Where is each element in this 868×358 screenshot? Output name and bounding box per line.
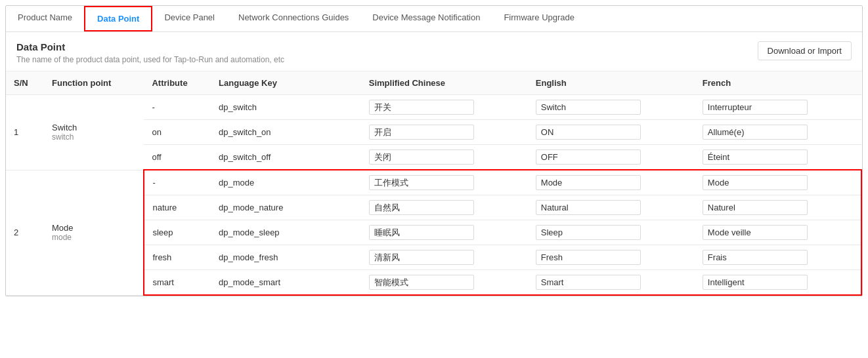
input-french[interactable] [703,200,808,215]
cell-attribute: fresh [144,245,211,270]
cell-french [695,270,861,296]
cell-lang-key: dp_mode_nature [211,195,361,220]
input-english[interactable] [536,250,641,265]
cell-french [695,245,861,270]
input-english[interactable] [536,225,641,240]
cell-french [695,120,861,145]
tab-network-connections[interactable]: Network Connections Guides [227,6,360,31]
input-french[interactable] [703,100,808,115]
input-french[interactable] [703,250,808,265]
cell-french [695,145,861,170]
input-simplified-chinese[interactable] [369,175,474,190]
cell-lang-key: dp_switch_off [211,145,361,170]
cell-english [528,195,695,220]
page-header-left: Data Point The name of the product data … [16,41,284,64]
cell-simplified-chinese [361,245,528,270]
cell-lang-key: dp_mode_fresh [211,245,361,270]
cell-sn: 2 [6,170,44,295]
table-header-row: S/N Function point Attribute Language Ke… [6,71,861,95]
tab-device-panel[interactable]: Device Panel [152,6,227,31]
cell-simplified-chinese [361,170,528,195]
cell-attribute: - [144,170,211,195]
input-english[interactable] [536,125,641,140]
download-import-button[interactable]: Download or Import [758,41,852,60]
main-container: Product Name Data Point Device Panel Net… [5,5,863,296]
input-french[interactable] [703,175,808,190]
cell-function-point: Switchswitch [44,95,144,170]
cell-sn: 1 [6,95,44,170]
input-simplified-chinese[interactable] [369,125,474,140]
table-row: 1Switchswitch-dp_switch [6,95,861,120]
col-header-fp: Function point [44,71,144,95]
cell-attribute: - [144,95,211,120]
cell-lang-key: dp_mode_smart [211,270,361,296]
tab-bar: Product Name Data Point Device Panel Net… [6,6,862,32]
cell-simplified-chinese [361,145,528,170]
table-body: 1Switchswitch-dp_switchondp_switch_onoff… [6,95,861,296]
col-header-lk: Language Key [211,71,361,95]
input-simplified-chinese[interactable] [369,225,474,240]
cell-french [695,220,861,245]
col-header-fr: French [695,71,861,95]
input-simplified-chinese[interactable] [369,275,474,290]
cell-attribute: nature [144,195,211,220]
input-english[interactable] [536,275,641,290]
cell-english [528,145,695,170]
cell-simplified-chinese [361,220,528,245]
input-french[interactable] [703,225,808,240]
input-english[interactable] [536,200,641,215]
cell-simplified-chinese [361,95,528,120]
cell-lang-key: dp_switch_on [211,120,361,145]
cell-english [528,220,695,245]
input-english[interactable] [536,175,641,190]
col-header-sn: S/N [6,71,44,95]
col-header-attr: Attribute [144,71,211,95]
tab-firmware-upgrade[interactable]: Firmware Upgrade [492,6,586,31]
input-french[interactable] [703,275,808,290]
cell-french [695,195,861,220]
table-row: 2Modemode-dp_mode [6,170,861,195]
cell-simplified-chinese [361,270,528,296]
cell-attribute: sleep [144,220,211,245]
data-table: S/N Function point Attribute Language Ke… [6,71,862,296]
input-simplified-chinese[interactable] [369,100,474,115]
page-subtitle: The name of the product data point, used… [16,55,284,64]
data-table-wrap: S/N Function point Attribute Language Ke… [6,71,862,296]
cell-attribute: on [144,120,211,145]
col-header-en: English [528,71,695,95]
cell-function-point: Modemode [44,170,144,295]
cell-english [528,120,695,145]
cell-french [695,95,861,120]
tab-product-name[interactable]: Product Name [6,6,84,31]
input-simplified-chinese[interactable] [369,200,474,215]
cell-english [528,95,695,120]
input-french[interactable] [703,125,808,140]
tab-device-message[interactable]: Device Message Notification [360,6,492,31]
input-simplified-chinese[interactable] [369,149,474,165]
cell-english [528,270,695,296]
cell-lang-key: dp_switch [211,95,361,120]
tab-data-point[interactable]: Data Point [84,6,152,31]
input-english[interactable] [536,149,641,165]
input-simplified-chinese[interactable] [369,250,474,265]
col-header-sc: Simplified Chinese [361,71,528,95]
cell-english [528,170,695,195]
cell-french [695,170,861,195]
cell-simplified-chinese [361,195,528,220]
cell-lang-key: dp_mode_sleep [211,220,361,245]
cell-simplified-chinese [361,120,528,145]
cell-lang-key: dp_mode [211,170,361,195]
input-english[interactable] [536,100,641,115]
page-title: Data Point [16,41,284,52]
cell-attribute: smart [144,270,211,296]
cell-english [528,245,695,270]
input-french[interactable] [703,149,808,165]
cell-attribute: off [144,145,211,170]
page-header: Data Point The name of the product data … [6,32,862,71]
